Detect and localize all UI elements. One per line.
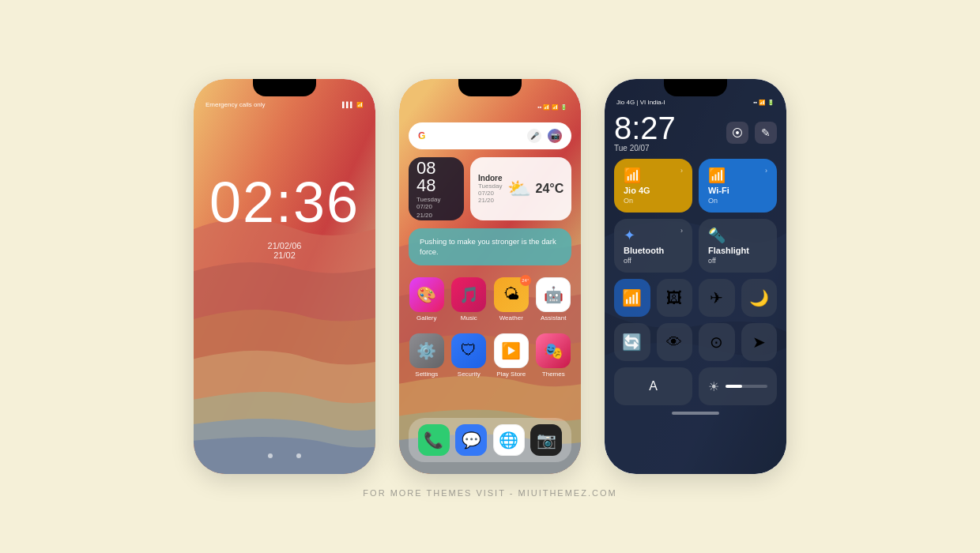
hotspot-tile[interactable]: 📶 — [614, 279, 650, 317]
weather-icon-area: ⛅ — [507, 178, 531, 200]
eye-tile[interactable]: 👁 — [657, 323, 693, 361]
mic-icon[interactable]: 🎤 — [527, 129, 541, 143]
brightness-icon: ☀ — [708, 379, 719, 394]
screen-icon: 🖼 — [666, 289, 682, 307]
themes-icon: 🎭 — [536, 333, 571, 368]
jio-name: Jio 4G — [624, 186, 683, 195]
dock-camera[interactable]: 📷 — [530, 424, 562, 456]
jio-status: On — [624, 197, 683, 205]
dock-phone[interactable]: 📞 — [418, 424, 450, 456]
cc-signal: ▪▪ 📶 🔋 — [753, 100, 775, 106]
weather-temp: 24°C — [536, 182, 564, 196]
tile-bluetooth[interactable]: ✦ › Bluetooth off — [614, 219, 692, 273]
brightness-fill — [726, 385, 742, 388]
app-weather[interactable]: 🌤 24° Weather — [493, 277, 530, 322]
music-icon: 🎵 — [451, 277, 486, 312]
hotspot-icon: 📶 — [622, 288, 642, 307]
weather-date: Tuesday 07/20 — [478, 182, 503, 197]
tile-wifi-top: 📶 › — [708, 167, 767, 184]
status-bar-1: Emergency calls only ▌▌▌ 📶 — [205, 101, 364, 108]
dot-right — [296, 453, 301, 458]
eye-icon: 👁 — [666, 333, 682, 352]
edit-icon[interactable]: ✎ — [755, 122, 777, 144]
music-label: Music — [461, 314, 477, 322]
circle-tile[interactable]: ⊙ — [699, 323, 735, 361]
app-playstore[interactable]: ▶️ Play Store — [493, 333, 530, 378]
home-indicator — [672, 412, 719, 415]
messages-icon: 💬 — [455, 424, 487, 456]
security-icon: 🛡 — [451, 333, 486, 368]
watermark: FOR MORE THEMES VISIT - MIUITHEMEZ.COM — [363, 488, 616, 498]
settings-icon: ⚙️ — [409, 333, 444, 368]
motivation-card: Pushing to make you stronger is the dark… — [409, 228, 571, 265]
phone-3-controlcenter: Jio 4G | VI India-I ▪▪ 📶 🔋 8:27 Tue 20/0… — [605, 79, 786, 474]
motivation-text: Pushing to make you stronger is the dark… — [420, 237, 556, 256]
tile-wifi[interactable]: 📶 › Wi-Fi On — [699, 159, 777, 213]
tile-bt-top: ✦ › — [624, 227, 683, 244]
signal-icon: ▌▌▌ — [342, 102, 354, 107]
themes-label: Themes — [542, 371, 565, 378]
weather-badge: 24° — [520, 275, 531, 286]
widget-month: 21/20 — [416, 212, 456, 219]
app-settings[interactable]: ⚙️ Settings — [409, 333, 445, 378]
cc-status-bar: Jio 4G | VI India-I ▪▪ 📶 🔋 — [614, 99, 777, 106]
weather-icon: 🌤 24° — [494, 277, 529, 312]
assistant-label: Assistant — [541, 314, 566, 322]
widget-row: 08 48 Tuesday 07/20 21/20 Indore Tuesday… — [409, 157, 571, 220]
security-label: Security — [458, 371, 481, 378]
bt-icon: ✦ — [624, 227, 635, 244]
app-music[interactable]: 🎵 Music — [451, 277, 488, 322]
lockscreen-date: 21/02/06 21/02 — [194, 241, 375, 260]
app-grid-row2: ⚙️ Settings 🛡 Security ▶️ Play Store 🎭 T… — [409, 333, 571, 378]
cc-small-grid-2: 🔄 👁 ⊙ ➤ — [614, 323, 777, 361]
rotate-tile[interactable]: 🔄 — [614, 323, 650, 361]
widget-date: Tuesday 07/20 — [416, 196, 456, 210]
time-widget: 08 48 Tuesday 07/20 21/20 — [409, 157, 464, 220]
dock-messages[interactable]: 💬 — [455, 424, 487, 456]
focus-icon[interactable]: ⦿ — [726, 122, 748, 144]
battery-icons: ▪▪ 📶 📶 🔋 — [537, 104, 567, 111]
phones-container: Emergency calls only ▌▌▌ 📶 02:36 21/02/0… — [194, 79, 786, 474]
brightness-tile[interactable]: ☀ — [699, 367, 777, 405]
app-dock: 📞 💬 🌐 📷 — [409, 418, 571, 462]
location-tile[interactable]: ➤ — [741, 323, 778, 361]
airplane-tile[interactable]: ✈ — [699, 279, 735, 317]
widget-hours: 08 — [416, 160, 456, 177]
cc-small-grid-1: 📶 🖼 ✈ 🌙 — [614, 279, 777, 317]
font-icon: A — [649, 379, 658, 393]
screen-tile[interactable]: 🖼 — [657, 279, 693, 317]
cc-main-tiles: 📶 › Jio 4G On 📶 › Wi-Fi On — [614, 159, 777, 273]
cc-time-row: 8:27 Tue 20/07 ⦿ ✎ — [614, 112, 777, 152]
bt-status: off — [624, 257, 683, 265]
lockscreen-clock: 02:36 — [194, 174, 375, 231]
app-grid-row1: 🎨 Gallery 🎵 Music 🌤 24° Weather — [409, 277, 571, 322]
tile-jio4g-top: 📶 › — [624, 167, 683, 184]
moon-icon: 🌙 — [749, 288, 769, 307]
google-search-bar[interactable]: G 🎤 📷 — [409, 122, 571, 149]
app-assistant[interactable]: 🤖 Assistant — [536, 277, 572, 322]
location-icon: ➤ — [752, 333, 766, 352]
app-security[interactable]: 🛡 Security — [451, 333, 488, 378]
phone-icon: 📞 — [418, 424, 450, 456]
app-themes[interactable]: 🎭 Themes — [536, 333, 572, 378]
lens-icon[interactable]: 📷 — [548, 129, 562, 143]
phone-2-homescreen: ▪▪ 📶 📶 🔋 G 🎤 📷 08 48 Tuesday 07/20 21/20 — [399, 79, 581, 474]
weather-label: Weather — [499, 314, 523, 322]
app-gallery[interactable]: 🎨 Gallery — [409, 277, 445, 322]
tile-flash-top: 🔦 — [708, 227, 767, 244]
dot-left — [268, 453, 273, 458]
tile-flashlight[interactable]: 🔦 Flashlight off — [699, 219, 777, 273]
playstore-label: Play Store — [496, 371, 526, 378]
weather-sub: 21/20 — [478, 197, 503, 204]
moon-tile[interactable]: 🌙 — [741, 279, 778, 317]
wifi-icon: 📶 — [356, 102, 364, 108]
font-tile[interactable]: A — [614, 367, 692, 405]
phone-2-screen: ▪▪ 📶 📶 🔋 G 🎤 📷 08 48 Tuesday 07/20 21/20 — [399, 79, 581, 474]
weather-widget: Indore Tuesday 07/20 21/20 ⛅ 24°C — [470, 157, 571, 220]
phone-1-lockscreen: Emergency calls only ▌▌▌ 📶 02:36 21/02/0… — [194, 79, 375, 474]
dock-chrome[interactable]: 🌐 — [493, 424, 525, 456]
airplane-icon: ✈ — [710, 288, 723, 307]
google-logo: G — [418, 130, 425, 141]
tile-jio4g[interactable]: 📶 › Jio 4G On — [614, 159, 692, 213]
cc-status-icons: ▪▪ 📶 🔋 — [753, 100, 775, 106]
